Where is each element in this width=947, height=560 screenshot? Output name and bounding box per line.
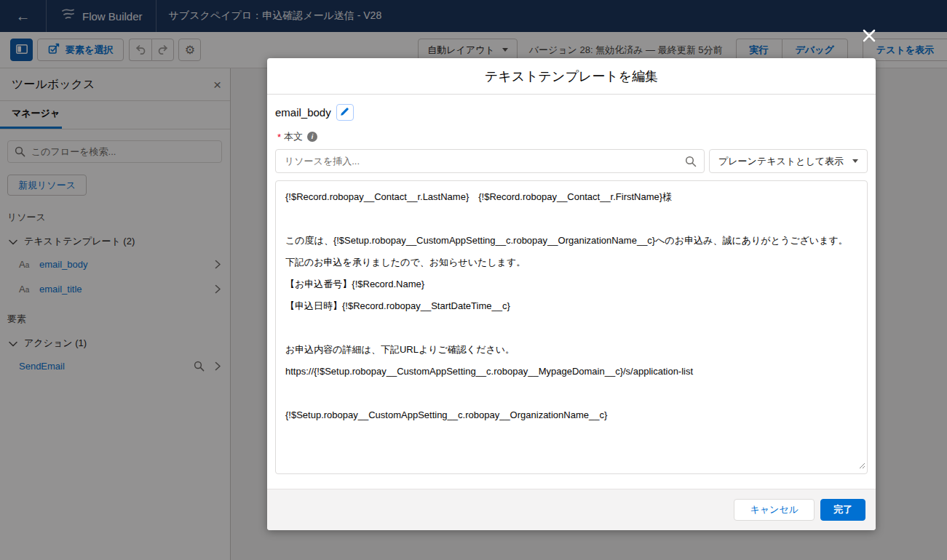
done-button[interactable]: 完了 <box>820 499 865 521</box>
view-mode-value: プレーンテキストとして表示 <box>718 155 844 168</box>
edit-text-template-modal: テキストテンプレートを編集 email_body * 本文 i <box>267 58 876 530</box>
modal-body: email_body * 本文 i <box>267 95 876 489</box>
body-field-label: 本文 <box>284 130 303 143</box>
chevron-down-icon <box>852 159 858 163</box>
pencil-icon <box>340 107 349 119</box>
resource-name-row: email_body <box>275 104 868 121</box>
modal-footer: キャンセル 完了 <box>267 489 876 530</box>
close-icon <box>862 34 876 45</box>
edit-name-button[interactable] <box>336 104 354 121</box>
resize-grip-icon[interactable] <box>859 459 865 472</box>
cancel-button[interactable]: キャンセル <box>734 499 815 521</box>
search-icon <box>685 156 697 170</box>
modal-header: テキストテンプレートを編集 <box>267 58 876 95</box>
body-textarea[interactable]: {!$Record.robopay__Contact__r.LastName} … <box>275 180 868 474</box>
modal-title: テキストテンプレートを編集 <box>485 68 658 85</box>
insert-resource-input[interactable] <box>275 149 705 173</box>
flow-builder-app: ← Flow Builder サブスクペイプロ：申込確認メール送信 - V28 <box>0 0 947 560</box>
modal-close-button[interactable] <box>862 28 876 45</box>
body-text: {!$Record.robopay__Contact__r.LastName} … <box>285 186 857 426</box>
info-icon[interactable]: i <box>307 132 317 142</box>
required-marker: * <box>277 132 281 143</box>
resource-name: email_body <box>275 106 331 119</box>
insert-resource-row: プレーンテキストとして表示 <box>275 149 868 173</box>
view-mode-select[interactable]: プレーンテキストとして表示 <box>709 149 868 173</box>
insert-resource-combobox <box>275 149 705 173</box>
body-field-label-row: * 本文 i <box>277 130 868 143</box>
